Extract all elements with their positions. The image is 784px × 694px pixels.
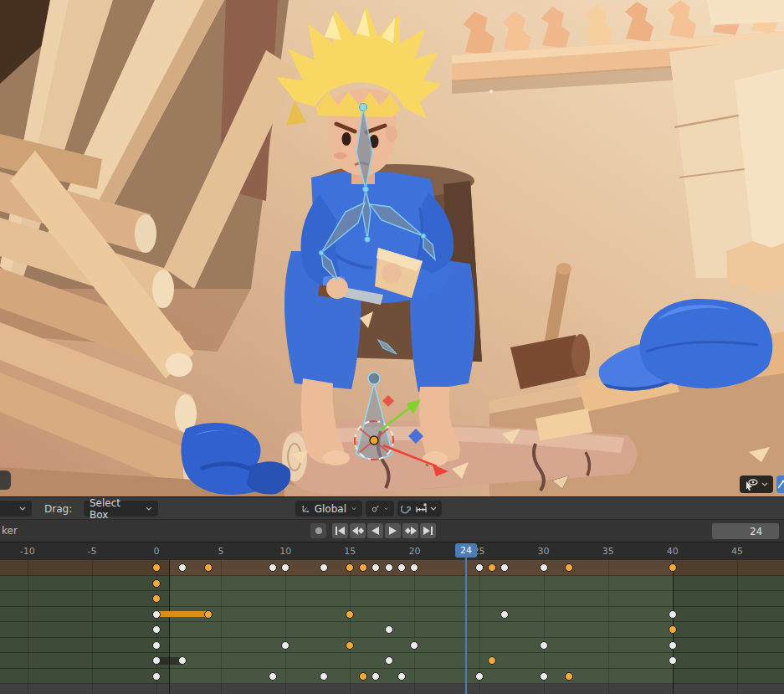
keyframe[interactable] <box>410 563 418 572</box>
transform-orientation-dropdown[interactable]: Global <box>295 501 362 517</box>
keyframe[interactable] <box>385 656 393 665</box>
play-reverse-button[interactable] <box>367 523 383 538</box>
keyframe[interactable] <box>152 641 161 650</box>
visibility-dropdown-button[interactable] <box>740 476 773 493</box>
play-button[interactable] <box>385 523 401 538</box>
keyframe[interactable] <box>540 641 548 650</box>
ruler-tick: 20 <box>408 546 420 557</box>
keyframe[interactable] <box>540 672 548 681</box>
post-range-shading <box>673 560 784 684</box>
keyframe[interactable] <box>669 625 677 634</box>
keyframe[interactable] <box>152 656 161 665</box>
scene-start-line <box>169 560 170 694</box>
bone-head-sphere[interactable] <box>368 373 380 384</box>
keyframe[interactable] <box>281 563 290 572</box>
keyframe[interactable] <box>565 563 573 572</box>
dopesheet-rows[interactable] <box>0 560 784 694</box>
viewport-scene <box>0 0 784 496</box>
ruler-tick: 30 <box>538 546 550 557</box>
ruler-tick: 10 <box>279 546 291 557</box>
keyframe[interactable] <box>500 563 509 572</box>
keyframe[interactable] <box>669 656 677 665</box>
playhead-line[interactable] <box>465 560 467 694</box>
keyframe[interactable] <box>359 672 367 681</box>
current-frame-field[interactable]: 24 <box>712 523 779 539</box>
snap-icon <box>372 504 379 514</box>
keyframe[interactable] <box>152 563 161 572</box>
keyframe[interactable] <box>540 563 548 572</box>
keyframe[interactable] <box>669 641 677 650</box>
marker-menu-partial[interactable]: ker <box>2 520 18 542</box>
keyframe[interactable] <box>669 563 677 572</box>
jump-start-icon <box>335 527 346 535</box>
timeline-ruler[interactable]: -10-505101520253035404524 <box>0 542 784 560</box>
playhead-label[interactable]: 24 <box>455 543 477 558</box>
gizmo-toggle-partial-button[interactable] <box>776 476 784 493</box>
ruler-tick: -10 <box>20 546 35 557</box>
frame-gridline <box>350 560 351 694</box>
keyframe[interactable] <box>669 610 677 619</box>
keyframe[interactable] <box>178 656 187 665</box>
blender-window: t Drag: Select Box Global <box>0 0 784 694</box>
keyframe[interactable] <box>410 641 418 650</box>
viewport-3d[interactable] <box>0 0 784 496</box>
keyframe[interactable] <box>269 672 277 681</box>
keyframe[interactable] <box>475 672 484 681</box>
ruler-tick: 45 <box>731 546 743 557</box>
prev-keyframe-icon <box>352 527 364 535</box>
keyframe[interactable] <box>269 563 277 572</box>
keyframe[interactable] <box>500 610 509 619</box>
pivot-dot <box>370 436 378 445</box>
keyframe[interactable] <box>372 563 380 572</box>
keyframe[interactable] <box>320 672 328 681</box>
keyframe[interactable] <box>397 672 406 681</box>
playback-controls <box>310 523 438 538</box>
keyframe[interactable] <box>385 625 393 634</box>
keyframe[interactable] <box>281 641 290 650</box>
snapping-dropdown[interactable] <box>366 501 394 517</box>
keyframe[interactable] <box>385 563 393 572</box>
next-keyframe-icon <box>405 527 417 535</box>
keyframe[interactable] <box>152 672 161 681</box>
jump-to-start-button[interactable] <box>332 523 348 538</box>
keyframe[interactable] <box>488 656 496 665</box>
chevron-down-icon <box>351 506 356 511</box>
ruler-tick: 5 <box>218 546 224 557</box>
ruler-tick: 0 <box>154 546 160 557</box>
keyframe[interactable] <box>488 563 496 572</box>
keyframe[interactable] <box>152 625 161 634</box>
orientation-axes-icon <box>301 504 310 514</box>
keyframe[interactable] <box>475 563 484 572</box>
next-keyframe-button[interactable] <box>402 523 418 538</box>
keyframe[interactable] <box>346 563 354 572</box>
keyframe[interactable] <box>152 594 161 603</box>
proportional-editing-dropdown[interactable] <box>397 501 442 517</box>
record-icon <box>315 527 323 535</box>
ruler-tick: 15 <box>344 546 356 557</box>
cursor-dot <box>489 90 493 93</box>
keyframe[interactable] <box>204 610 213 619</box>
chevron-down-icon <box>430 506 437 511</box>
chevron-down-icon <box>146 506 152 511</box>
ruler-tick: 35 <box>602 546 614 557</box>
jump-to-end-button[interactable] <box>420 523 436 538</box>
record-button[interactable] <box>310 523 326 538</box>
drag-mode-dropdown[interactable]: Select Box <box>84 501 158 517</box>
keyframe[interactable] <box>152 579 161 588</box>
tool-mode-dropdown[interactable]: t <box>0 501 32 517</box>
drag-label: Drag: <box>44 497 72 520</box>
keyframe[interactable] <box>397 563 406 572</box>
previous-keyframe-button[interactable] <box>350 523 366 538</box>
keyframe[interactable] <box>178 563 187 572</box>
keyframe[interactable] <box>565 672 573 681</box>
keyframe[interactable] <box>152 610 161 619</box>
viewport-sidebar-tab[interactable] <box>0 470 11 490</box>
keyframe[interactable] <box>204 563 213 572</box>
keyframe[interactable] <box>359 563 367 572</box>
keyframe[interactable] <box>346 610 354 619</box>
keyframe-hold-bar[interactable] <box>156 611 208 617</box>
drag-mode-value: Select Box <box>90 497 141 521</box>
keyframe[interactable] <box>346 641 354 650</box>
keyframe[interactable] <box>372 672 380 681</box>
keyframe[interactable] <box>320 563 328 572</box>
